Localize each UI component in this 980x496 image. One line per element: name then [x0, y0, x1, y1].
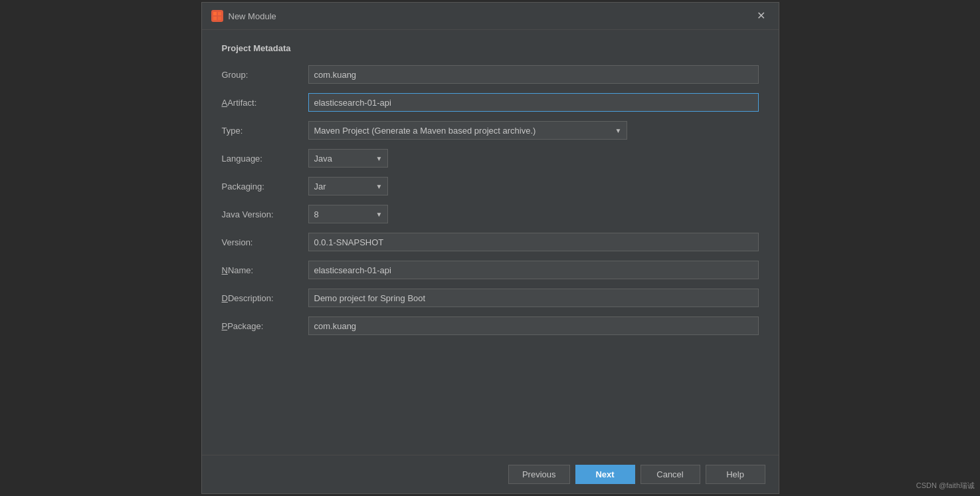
- description-label: DDescription:: [222, 293, 308, 303]
- name-label: NName:: [222, 265, 308, 275]
- group-label: Group:: [222, 70, 308, 80]
- group-input[interactable]: [308, 65, 759, 84]
- svg-rect-2: [213, 17, 217, 20]
- java-version-select[interactable]: 8 11 17: [308, 205, 388, 223]
- svg-rect-0: [213, 12, 217, 15]
- packaging-select-wrapper: Jar War ▼: [308, 177, 388, 195]
- language-select-wrapper: Java Kotlin Groovy ▼: [308, 149, 388, 168]
- dialog-footer: Previous Next Cancel Help: [202, 455, 779, 493]
- package-label: PPackage:: [222, 321, 308, 331]
- packaging-select[interactable]: Jar War: [308, 177, 388, 195]
- watermark: CSDN @faith瑞诚: [916, 481, 975, 491]
- type-select[interactable]: Maven Project (Generate a Maven based pr…: [308, 121, 627, 140]
- artifact-row: AArtifact:: [222, 93, 759, 112]
- group-row: Group:: [222, 65, 759, 84]
- next-button[interactable]: Next: [575, 465, 635, 484]
- new-module-dialog: New Module ✕ Project Metadata Group: AAr…: [201, 2, 779, 494]
- artifact-input[interactable]: [308, 93, 759, 112]
- description-row: DDescription:: [222, 289, 759, 307]
- type-select-wrapper: Maven Project (Generate a Maven based pr…: [308, 121, 627, 140]
- dialog-content: Project Metadata Group: AArtifact: Type:…: [202, 30, 779, 455]
- artifact-label: AArtifact:: [222, 98, 308, 108]
- java-version-row: Java Version: 8 11 17 ▼: [222, 205, 759, 223]
- version-input[interactable]: [308, 233, 759, 251]
- type-label: Type:: [222, 126, 308, 136]
- app-icon: [211, 10, 223, 22]
- dialog-title: New Module: [229, 11, 747, 21]
- section-title: Project Metadata: [222, 43, 759, 53]
- help-button[interactable]: Help: [706, 465, 765, 484]
- java-version-label: Java Version:: [222, 209, 308, 219]
- packaging-label: Packaging:: [222, 182, 308, 191]
- packaging-row: Packaging: Jar War ▼: [222, 177, 759, 195]
- name-row: NName:: [222, 261, 759, 279]
- language-select[interactable]: Java Kotlin Groovy: [308, 149, 388, 168]
- svg-rect-1: [218, 12, 221, 15]
- language-label: Language:: [222, 154, 308, 164]
- svg-rect-3: [218, 17, 221, 20]
- version-label: Version:: [222, 237, 308, 247]
- name-input[interactable]: [308, 261, 759, 279]
- version-row: Version:: [222, 233, 759, 251]
- java-version-select-wrapper: 8 11 17 ▼: [308, 205, 388, 223]
- package-input[interactable]: [308, 316, 759, 335]
- description-input[interactable]: [308, 289, 759, 307]
- title-bar: New Module ✕: [202, 3, 779, 30]
- package-row: PPackage:: [222, 316, 759, 335]
- language-row: Language: Java Kotlin Groovy ▼: [222, 149, 759, 168]
- close-button[interactable]: ✕: [753, 9, 769, 23]
- type-row: Type: Maven Project (Generate a Maven ba…: [222, 121, 759, 140]
- cancel-button[interactable]: Cancel: [640, 465, 700, 484]
- previous-button[interactable]: Previous: [508, 465, 570, 484]
